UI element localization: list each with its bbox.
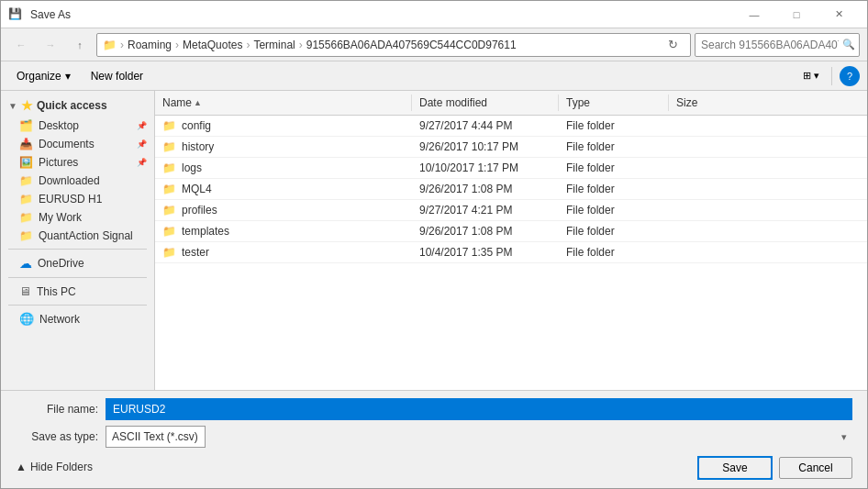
cancel-button[interactable]: Cancel — [779, 457, 852, 479]
new-folder-button[interactable]: New folder — [83, 65, 151, 87]
file-date-tester: 10/4/2017 1:35 PM — [412, 244, 559, 261]
file-date-logs: 10/10/2017 1:17 PM — [412, 160, 559, 176]
folder-icon-history: 📁 — [162, 140, 176, 153]
file-size-templates — [669, 229, 742, 233]
desktop-pin-icon: 📌 — [137, 121, 147, 130]
hide-folders-link[interactable]: ▲ Hide Folders — [16, 457, 93, 477]
table-row[interactable]: 📁 templates 9/26/2017 1:08 PM File folde… — [155, 221, 867, 242]
sidebar-item-pictures[interactable]: 🖼️ Pictures 📌 — [1, 153, 154, 172]
back-button[interactable]: ← — [8, 33, 34, 57]
file-date-mql4: 9/26/2017 1:08 PM — [412, 181, 559, 197]
savetype-row: Save as type: ASCII Text (*.csv) — [16, 426, 852, 448]
sidebar-divider-1 — [8, 249, 147, 250]
file-size-profiles — [669, 208, 742, 212]
network-section: 🌐 Network — [1, 309, 154, 328]
breadcrumb-path: 📁 › Roaming › MetaQuotes › Terminal › 91… — [103, 39, 657, 51]
sidebar-item-documents[interactable]: 📥 Documents 📌 — [1, 135, 154, 153]
sidebar-item-desktop[interactable]: 🗂️ Desktop 📌 — [1, 117, 154, 135]
quick-access-header[interactable]: ▼ ★ Quick access — [1, 94, 154, 117]
table-row[interactable]: 📁 profiles 9/27/2017 4:21 PM File folder — [155, 200, 867, 221]
breadcrumb-folder-icon: 📁 — [103, 39, 117, 51]
hide-folders-chevron-icon: ▲ — [16, 461, 27, 473]
secondary-toolbar: Organize ▾ New folder ⊞ ▾ ? — [1, 61, 867, 91]
savetype-label: Save as type: — [16, 430, 98, 443]
search-icon: 🔍 — [842, 39, 855, 50]
file-size-logs — [669, 166, 742, 170]
file-type-tester: File folder — [559, 244, 669, 261]
quantaction-folder-icon: 📁 — [19, 229, 33, 242]
downloaded-folder-icon: 📁 — [19, 174, 33, 187]
file-size-config — [669, 124, 742, 128]
window-title: Save As — [30, 8, 71, 21]
address-bar[interactable]: 📁 › Roaming › MetaQuotes › Terminal › 91… — [96, 33, 691, 57]
file-name-tester: 📁 tester — [155, 244, 412, 261]
table-row[interactable]: 📁 tester 10/4/2017 1:35 PM File folder — [155, 242, 867, 263]
filename-row: File name: — [16, 398, 852, 420]
column-header-date[interactable]: Date modified — [412, 94, 559, 111]
file-date-profiles: 9/27/2017 4:21 PM — [412, 202, 559, 218]
eurusd-folder-icon: 📁 — [19, 193, 33, 206]
table-row[interactable]: 📁 MQL4 9/26/2017 1:08 PM File folder — [155, 179, 867, 200]
forward-button[interactable]: → — [38, 33, 63, 57]
folder-icon-tester: 📁 — [162, 246, 176, 259]
breadcrumb-terminal: Terminal — [253, 39, 295, 51]
organize-button[interactable]: Organize ▾ — [8, 65, 79, 87]
column-header-size[interactable]: Size — [669, 94, 742, 111]
file-type-profiles: File folder — [559, 202, 669, 218]
sidebar-item-network[interactable]: 🌐 Network — [1, 309, 154, 328]
up-button[interactable]: ↑ — [67, 33, 93, 57]
file-list-header: Name ▲ Date modified Type Size — [155, 91, 867, 116]
documents-folder-icon: 📥 — [19, 138, 33, 150]
network-icon: 🌐 — [19, 312, 34, 326]
documents-pin-icon: 📌 — [137, 139, 147, 149]
table-row[interactable]: 📁 history 9/26/2017 10:17 PM File folder — [155, 137, 867, 158]
sidebar-item-mywork[interactable]: 📁 My Work — [1, 208, 154, 227]
save-button[interactable]: Save — [698, 457, 772, 479]
breadcrumb-hash: 915566BA06ADA407569C544CC0D97611 — [306, 39, 517, 51]
sidebar-divider-2 — [8, 277, 147, 278]
folder-icon-config: 📁 — [162, 119, 176, 132]
quick-access-label: Quick access — [37, 99, 107, 112]
quick-access-section: ▼ ★ Quick access 🗂️ Desktop 📌 📥 Document… — [1, 94, 154, 245]
footer-buttons: Save Cancel — [698, 453, 852, 481]
sidebar-item-quantaction[interactable]: 📁 QuantAction Signal — [1, 227, 154, 245]
pictures-folder-icon: 🖼️ — [19, 156, 33, 169]
quick-access-star-icon: ★ — [21, 98, 33, 113]
file-type-mql4: File folder — [559, 181, 669, 197]
folder-icon-mql4: 📁 — [162, 183, 176, 195]
pictures-pin-icon: 📌 — [137, 158, 147, 167]
maximize-button[interactable]: □ — [775, 1, 818, 28]
sidebar-item-eurusd[interactable]: 📁 EURUSD H1 — [1, 190, 154, 208]
minimize-button[interactable]: — — [733, 1, 775, 28]
filename-input[interactable] — [106, 398, 852, 420]
search-input[interactable] — [701, 39, 839, 51]
table-row[interactable]: 📁 config 9/27/2017 4:44 PM File folder — [155, 116, 867, 137]
main-area: ▼ ★ Quick access 🗂️ Desktop 📌 📥 Document… — [1, 91, 867, 390]
sort-arrow-icon: ▲ — [194, 98, 202, 107]
file-name-profiles: 📁 profiles — [155, 202, 412, 218]
file-name-history: 📁 history — [155, 139, 412, 155]
column-header-type[interactable]: Type — [559, 94, 669, 111]
title-bar: 💾 Save As — □ ✕ — [1, 1, 867, 28]
help-button[interactable]: ? — [840, 66, 860, 86]
savetype-select[interactable]: ASCII Text (*.csv) — [106, 426, 206, 448]
sidebar-item-this-pc[interactable]: 🖥 This PC — [1, 282, 154, 301]
onedrive-icon: ☁ — [19, 256, 32, 271]
view-options-button[interactable]: ⊞ ▾ — [798, 65, 824, 87]
window-icon: 💾 — [8, 7, 23, 22]
sidebar-item-downloaded[interactable]: 📁 Downloaded — [1, 172, 154, 190]
column-header-name[interactable]: Name ▲ — [155, 94, 412, 111]
quick-access-chevron-icon: ▼ — [8, 101, 17, 111]
search-box[interactable]: 🔍 — [695, 33, 860, 57]
file-type-logs: File folder — [559, 160, 669, 176]
mywork-folder-icon: 📁 — [19, 211, 33, 224]
this-pc-section: 🖥 This PC — [1, 282, 154, 301]
folder-icon-templates: 📁 — [162, 225, 176, 238]
table-row[interactable]: 📁 logs 10/10/2017 1:17 PM File folder — [155, 158, 867, 179]
refresh-button[interactable]: ↻ — [661, 33, 684, 57]
close-button[interactable]: ✕ — [818, 1, 860, 28]
folder-icon-profiles: 📁 — [162, 204, 176, 217]
sidebar-item-onedrive[interactable]: ☁ OneDrive — [1, 253, 154, 273]
file-name-config: 📁 config — [155, 117, 412, 134]
new-folder-label: New folder — [91, 70, 143, 83]
